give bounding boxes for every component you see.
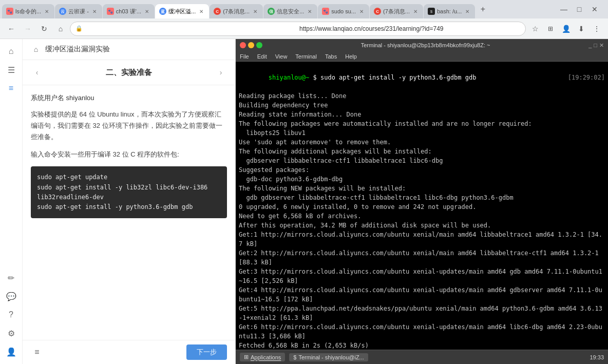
terminal-menu-tabs[interactable]: Tabs	[325, 53, 337, 60]
terminal-menu-view[interactable]: View	[275, 53, 288, 60]
download-button[interactable]: ⬇	[574, 22, 588, 36]
terminal-line-1: Reading package lists... Done	[239, 91, 605, 101]
tab-close-5[interactable]: ✕	[252, 8, 259, 15]
tab-favicon-5: C	[214, 8, 221, 15]
tab-close-6[interactable]: ✕	[306, 8, 313, 15]
tab-favicon-3: 🐾	[107, 8, 114, 15]
terminal-min-btn[interactable]	[248, 42, 254, 48]
lock-icon: 🔒	[75, 25, 296, 32]
section-title: 二、实验准备	[106, 68, 152, 78]
tab-favicon-7: 🐾	[322, 8, 329, 15]
terminal-line-14: Need to get 6,568 kB of archives.	[239, 212, 605, 221]
terminal-line-18: Get:3 http://mirrors.cloud.aliyuncs.com/…	[239, 267, 605, 285]
user-info: 系统用户名 shiyanlou	[31, 93, 227, 103]
tab-favicon-6: 信	[268, 8, 275, 15]
sidebar-user-button[interactable]: 👤	[3, 343, 20, 360]
list-view-button[interactable]: ≡	[31, 346, 43, 358]
sidebar-chat-button[interactable]: 💬	[3, 288, 20, 304]
course-home-icon[interactable]: ⌂	[31, 44, 41, 54]
terminal-title-bar: Terminal - shiyanlou@i2bp13rb8m4bkofn99x…	[236, 39, 608, 51]
terminal-body[interactable]: shiyanlou@~ $ sudo apt-get install -y py…	[236, 62, 608, 350]
tab-close-4[interactable]: ✕	[198, 8, 205, 15]
tab-close-3[interactable]: ✕	[143, 8, 150, 15]
add-tab-button[interactable]: +	[476, 2, 490, 16]
tab-sudo[interactable]: 🐾 sudo su... ✕	[318, 4, 369, 18]
tab-close-2[interactable]: ✕	[91, 8, 98, 15]
terminal-line-17: Get:2 http://mirrors.cloud.aliyuncs.com/…	[239, 248, 605, 267]
next-section-button[interactable]: ›	[215, 66, 227, 79]
account-button[interactable]: 👤	[559, 22, 573, 36]
nav-bar: ← → ↻ ⌂ 🔒 https://www.lanqiao.cn/courses…	[0, 18, 608, 39]
extension-button[interactable]: ⊞	[543, 22, 558, 36]
taskbar-applications[interactable]: ⊞ Applications	[240, 353, 285, 361]
next-button[interactable]: 下一步	[186, 344, 227, 360]
tab-csdn8[interactable]: C (7条消息... ✕	[370, 4, 423, 18]
browser-chrome: 🐾 ls命令的... ✕ 云 云班课 - ✕ 🐾 ch03 课'... ✕ 蓝 …	[0, 0, 608, 39]
tab-close-8[interactable]: ✕	[412, 8, 419, 15]
terminal-icon-1: _	[588, 42, 592, 48]
code-line-1: sudo apt-get update	[37, 173, 221, 182]
taskbar-terminal[interactable]: $ Terminal - shiyanlou@iZ...	[289, 353, 368, 361]
terminal-line-9: Suggested packages:	[239, 165, 605, 175]
sidebar-settings-button[interactable]: ⚙	[3, 325, 20, 341]
taskbar-clock: 19:33	[590, 354, 604, 360]
tab-bash[interactable]: $ bash: /u... ✕	[424, 4, 475, 18]
terminal-max-btn[interactable]	[256, 42, 262, 48]
forward-button[interactable]: →	[21, 22, 35, 36]
tab-favicon-4: 蓝	[159, 8, 166, 15]
sidebar-edit-button[interactable]: ✏	[3, 270, 20, 286]
terminal-menu-terminal[interactable]: Terminal	[295, 53, 317, 60]
tab-bufferoverflow[interactable]: 蓝 缓冲区溢... ✕	[155, 4, 209, 18]
tab-favicon-1: 🐾	[6, 8, 13, 15]
terminal-close-btn[interactable]	[240, 42, 246, 48]
address-bar[interactable]: 🔒 https://www.lanqiao.cn/courses/231/lea…	[70, 22, 526, 36]
tab-close-9[interactable]: ✕	[464, 8, 471, 15]
terminal-line-11: The following NEW packages will be insta…	[239, 184, 605, 193]
terminal-line-10: gdb-doc python3.6-gdbm-dbg	[239, 175, 605, 184]
sidebar-help-button[interactable]: ?	[3, 306, 20, 323]
terminal-line-4: The following packages were automaticall…	[239, 119, 605, 128]
close-button[interactable]: ✕	[587, 2, 602, 16]
back-button[interactable]: ←	[4, 22, 18, 36]
course-content: 系统用户名 shiyanlou 实验楼提供的是 64 位 Ubuntu linu…	[23, 85, 235, 340]
tab-yunbankе[interactable]: 云 云班课 - ✕	[55, 4, 102, 18]
tab-label-9: bash: /u...	[437, 8, 462, 14]
terminal-icon-2: □	[594, 42, 597, 48]
terminal-menu-edit[interactable]: Edit	[257, 53, 267, 60]
bookmark-button[interactable]: ☆	[528, 22, 542, 36]
tab-close-7[interactable]: ✕	[358, 8, 365, 15]
terminal-line-22: Fetched 6,568 kB in 2s (2,653 kB/s)	[239, 341, 605, 350]
tab-ls[interactable]: 🐾 ls命令的... ✕	[2, 4, 54, 18]
home-button[interactable]: ⌂	[53, 22, 68, 36]
sidebar-home-button[interactable]: ⌂	[3, 43, 20, 60]
tab-bar: 🐾 ls命令的... ✕ 云 云班课 - ✕ 🐾 ch03 课'... ✕ 蓝 …	[0, 0, 608, 18]
terminal-line-5: libopts25 libuv1	[239, 128, 605, 138]
terminal-taskbar-label: Terminal - shiyanlou@iZ...	[298, 354, 364, 360]
timestamp: [19:29:02]	[568, 73, 605, 82]
terminal-line-15: After this operation, 34.2 MB of additio…	[239, 221, 605, 230]
tab-label-6: 信息安全...	[277, 8, 304, 15]
course-header: ⌂ 缓冲区溢出漏洞实验	[23, 39, 235, 60]
terminal-area: Terminal - shiyanlou@i2bp13rb8m4bkofn99x…	[236, 39, 608, 364]
prev-section-button[interactable]: ‹	[31, 66, 43, 79]
terminal-right-btns: _ □ ✕	[588, 42, 604, 49]
course-title: 缓冲区溢出漏洞实验	[45, 45, 110, 54]
tab-infosec[interactable]: 信 信息安全... ✕	[263, 4, 317, 18]
sidebar-list-button[interactable]: ≡	[3, 80, 20, 97]
sidebar-content-button[interactable]: ☰	[3, 62, 20, 78]
terminal-line-2: Building dependency tree	[239, 101, 605, 110]
minimize-button[interactable]: —	[557, 2, 571, 16]
terminal-line-13: 0 upgraded, 6 newly installed, 0 to remo…	[239, 202, 605, 212]
maximize-button[interactable]: □	[572, 2, 586, 16]
terminal-menu-file[interactable]: File	[240, 53, 249, 60]
tab-label-7: sudo su...	[331, 8, 356, 14]
refresh-button[interactable]: ↻	[37, 22, 51, 36]
tab-close-1[interactable]: ✕	[43, 8, 50, 15]
tab-ch03[interactable]: 🐾 ch03 课'... ✕	[103, 4, 155, 18]
settings-button[interactable]: ⋮	[590, 22, 604, 36]
terminal-line-16: Get:1 http://mirrors.cloud.aliyuncs.com/…	[239, 230, 605, 248]
terminal-menu-help[interactable]: Help	[345, 53, 357, 60]
tab-label-5: (7条消息...	[223, 8, 250, 15]
tab-csdn5[interactable]: C (7条消息... ✕	[210, 4, 263, 18]
terminal-prompt-line: shiyanlou@~ $ sudo apt-get install -y py…	[239, 64, 605, 91]
